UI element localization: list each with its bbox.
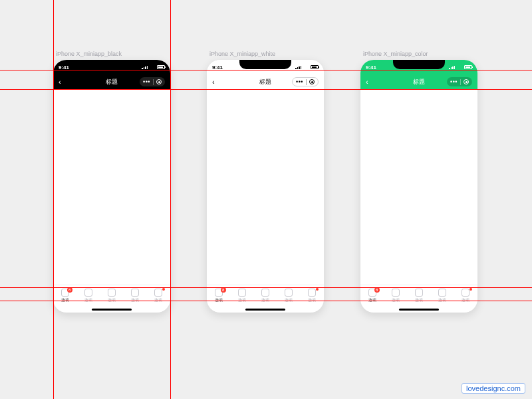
status-bar: 9:41	[360, 60, 477, 74]
tab-item[interactable]: 选项	[277, 285, 301, 306]
notch	[393, 60, 445, 69]
tab-label: 选项	[285, 297, 293, 303]
device-color: iPhone X_miniapp_color9:41‹标题•••选项8选项选项选…	[360, 60, 477, 313]
tab-label: 选项	[392, 297, 400, 303]
tab-badge: 8	[67, 287, 72, 293]
device-label: iPhone X_miniapp_black	[56, 51, 122, 57]
tab-icon	[154, 289, 162, 297]
tabbar: 选项8选项选项选项选项	[360, 285, 477, 313]
watermark: lovedesignc.com	[462, 383, 525, 394]
tab-label: 选项	[108, 297, 116, 303]
tab-label: 选项	[261, 297, 269, 303]
tab-label: 选项	[215, 297, 223, 303]
tab-label: 选项	[238, 297, 246, 303]
status-icons	[295, 65, 319, 69]
tab-item[interactable]: 选项	[253, 285, 277, 306]
tab-label: 选项	[61, 297, 69, 303]
tab-icon	[392, 289, 400, 297]
tab-label: 选项	[84, 297, 92, 303]
device-white: iPhone X_miniapp_white9:41‹标题•••选项8选项选项选…	[207, 60, 324, 313]
tab-label: 选项	[462, 297, 469, 303]
tab-icon	[285, 289, 293, 297]
tab-item[interactable]: 选项	[124, 285, 147, 306]
nav-bar: ‹标题•••	[207, 74, 324, 89]
tab-icon	[84, 289, 92, 297]
tab-icon	[108, 289, 116, 297]
canvas: iPhone X_miniapp_black9:41‹标题•••选项8选项选项选…	[0, 0, 532, 399]
battery-icon	[464, 65, 472, 69]
nav-bar: ‹标题•••	[360, 74, 477, 89]
home-indicator	[92, 309, 132, 311]
phone-frame: 9:41‹标题•••选项8选项选项选项选项	[360, 60, 477, 313]
device-label: iPhone X_miniapp_color	[363, 51, 428, 57]
tab-label: 选项	[131, 297, 139, 303]
tab-label: 选项	[154, 297, 162, 303]
wifi-icon	[150, 65, 155, 69]
nav-bar: ‹标题•••	[53, 74, 170, 89]
tab-icon	[238, 289, 246, 297]
status-bar: 9:41	[207, 60, 324, 74]
signal-icon	[449, 65, 455, 69]
status-icons	[142, 65, 165, 69]
status-icons	[449, 65, 472, 69]
capsule-sep	[306, 79, 307, 85]
tab-icon	[462, 289, 469, 297]
device-black: iPhone X_miniapp_black9:41‹标题•••选项8选项选项选…	[53, 60, 170, 313]
tab-item[interactable]: 选项8	[360, 285, 384, 306]
status-bar: 9:41	[53, 60, 170, 74]
capsule-sep	[153, 79, 154, 85]
tab-icon	[415, 289, 423, 297]
battery-icon	[157, 65, 165, 69]
tab-item[interactable]: 选项	[407, 285, 430, 306]
tab-label: 选项	[415, 297, 423, 303]
tab-item[interactable]: 选项	[230, 285, 253, 306]
home-indicator	[245, 309, 285, 311]
phone-frame: 9:41‹标题•••选项8选项选项选项选项	[53, 60, 170, 313]
tab-label: 选项	[438, 297, 446, 303]
tab-item[interactable]: 选项	[454, 285, 477, 306]
tab-item[interactable]: 选项	[147, 285, 170, 306]
tab-item[interactable]: 选项	[431, 285, 454, 306]
home-indicator	[399, 309, 439, 311]
battery-icon	[311, 65, 319, 69]
tab-item[interactable]: 选项8	[53, 285, 76, 306]
tab-dot	[469, 288, 472, 291]
tab-dot	[162, 288, 165, 291]
phone-frame: 9:41‹标题•••选项8选项选项选项选项	[207, 60, 324, 313]
tab-item[interactable]: 选项8	[207, 285, 230, 306]
wifi-icon	[303, 65, 309, 69]
signal-icon	[142, 65, 148, 69]
notch	[239, 60, 291, 69]
tab-item[interactable]: 选项	[384, 285, 407, 306]
capsule-sep	[460, 79, 461, 85]
device-label: iPhone X_miniapp_white	[209, 51, 275, 57]
tabbar: 选项8选项选项选项选项	[207, 285, 324, 313]
tab-label: 选项	[308, 297, 316, 303]
wifi-icon	[457, 65, 462, 69]
tab-badge: 8	[374, 287, 380, 293]
tab-icon	[131, 289, 139, 297]
phones-row: iPhone X_miniapp_black9:41‹标题•••选项8选项选项选…	[53, 60, 477, 313]
tab-badge: 8	[221, 287, 226, 293]
tab-item[interactable]: 选项	[100, 285, 123, 306]
tab-label: 选项	[368, 297, 376, 303]
notch	[86, 60, 138, 69]
tab-icon	[308, 289, 316, 297]
signal-icon	[295, 65, 301, 69]
tab-icon	[261, 289, 269, 297]
tab-item[interactable]: 选项	[301, 285, 324, 306]
tab-item[interactable]: 选项	[76, 285, 100, 306]
tab-dot	[316, 288, 319, 291]
tabbar: 选项8选项选项选项选项	[53, 285, 170, 313]
tab-icon	[438, 289, 446, 297]
